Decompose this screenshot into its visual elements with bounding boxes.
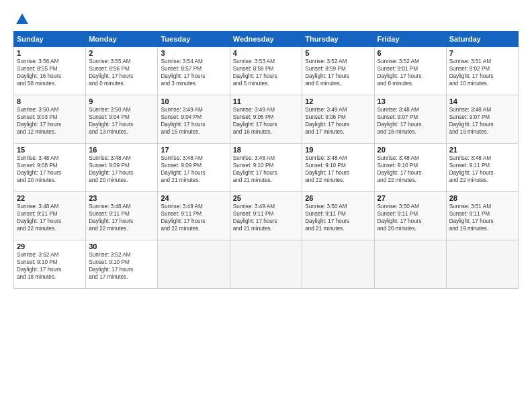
calendar-cell: 8Sunrise: 3:50 AMSunset: 9:03 PMDaylight…	[14, 95, 86, 144]
day-info: Sunrise: 3:50 AMSunset: 9:11 PMDaylight:…	[305, 203, 371, 232]
calendar-cell: 6Sunrise: 3:52 AMSunset: 9:01 PMDaylight…	[374, 47, 446, 95]
col-friday: Friday	[374, 32, 446, 47]
day-info: Sunrise: 3:49 AMSunset: 9:11 PMDaylight:…	[161, 203, 226, 232]
day-info: Sunrise: 3:53 AMSunset: 8:58 PMDaylight:…	[233, 58, 299, 87]
col-thursday: Thursday	[302, 32, 374, 47]
day-number: 18	[233, 146, 299, 154]
calendar-cell	[446, 240, 518, 289]
day-info: Sunrise: 3:51 AMSunset: 9:11 PMDaylight:…	[449, 203, 515, 232]
day-number: 5	[305, 49, 371, 57]
day-info: Sunrise: 3:48 AMSunset: 9:10 PMDaylight:…	[233, 154, 299, 184]
col-monday: Monday	[86, 32, 158, 47]
day-number: 8	[17, 97, 83, 105]
day-info: Sunrise: 3:52 AMSunset: 9:10 PMDaylight:…	[17, 251, 83, 281]
day-number: 3	[161, 49, 226, 57]
calendar-cell: 15Sunrise: 3:48 AMSunset: 9:08 PMDayligh…	[14, 144, 86, 192]
day-number: 13	[378, 97, 443, 105]
day-info: Sunrise: 3:48 AMSunset: 9:10 PMDaylight:…	[305, 154, 371, 184]
calendar-cell	[230, 240, 302, 289]
day-number: 20	[378, 146, 443, 154]
page: Sunday Monday Tuesday Wednesday Thursday…	[0, 0, 532, 411]
calendar-week-5: 29Sunrise: 3:52 AMSunset: 9:10 PMDayligh…	[14, 240, 519, 289]
calendar-cell: 29Sunrise: 3:52 AMSunset: 9:10 PMDayligh…	[14, 240, 86, 289]
calendar-week-1: 1Sunrise: 3:56 AMSunset: 8:55 PMDaylight…	[14, 47, 519, 95]
calendar-cell: 2Sunrise: 3:55 AMSunset: 8:56 PMDaylight…	[86, 47, 158, 95]
calendar-cell	[302, 240, 374, 289]
day-info: Sunrise: 3:48 AMSunset: 9:08 PMDaylight:…	[17, 154, 83, 184]
calendar-cell: 3Sunrise: 3:54 AMSunset: 8:57 PMDaylight…	[158, 47, 230, 95]
calendar-cell: 24Sunrise: 3:49 AMSunset: 9:11 PMDayligh…	[158, 192, 230, 240]
day-info: Sunrise: 3:50 AMSunset: 9:11 PMDaylight:…	[378, 203, 443, 232]
col-sunday: Sunday	[14, 32, 86, 47]
day-number: 1	[17, 49, 83, 57]
calendar-cell: 22Sunrise: 3:48 AMSunset: 9:11 PMDayligh…	[14, 192, 86, 240]
day-info: Sunrise: 3:49 AMSunset: 9:05 PMDaylight:…	[233, 106, 299, 136]
day-info: Sunrise: 3:48 AMSunset: 9:09 PMDaylight:…	[89, 154, 154, 184]
day-number: 28	[449, 194, 515, 202]
calendar-cell: 23Sunrise: 3:48 AMSunset: 9:11 PMDayligh…	[86, 192, 158, 240]
day-number: 30	[89, 242, 154, 250]
day-number: 24	[161, 194, 226, 202]
calendar-cell: 9Sunrise: 3:50 AMSunset: 9:04 PMDaylight…	[86, 95, 158, 144]
calendar-cell: 16Sunrise: 3:48 AMSunset: 9:09 PMDayligh…	[86, 144, 158, 192]
logo	[13, 12, 30, 24]
calendar-cell: 13Sunrise: 3:48 AMSunset: 9:07 PMDayligh…	[374, 95, 446, 144]
day-info: Sunrise: 3:52 AMSunset: 8:59 PMDaylight:…	[305, 58, 371, 87]
calendar-cell: 30Sunrise: 3:52 AMSunset: 9:10 PMDayligh…	[86, 240, 158, 289]
calendar-cell: 27Sunrise: 3:50 AMSunset: 9:11 PMDayligh…	[374, 192, 446, 240]
day-info: Sunrise: 3:50 AMSunset: 9:03 PMDaylight:…	[17, 106, 83, 136]
day-info: Sunrise: 3:49 AMSunset: 9:06 PMDaylight:…	[305, 106, 371, 136]
calendar-cell: 7Sunrise: 3:51 AMSunset: 9:02 PMDaylight…	[446, 47, 518, 95]
day-info: Sunrise: 3:52 AMSunset: 9:10 PMDaylight:…	[89, 251, 154, 281]
header	[13, 12, 519, 24]
calendar-cell: 4Sunrise: 3:53 AMSunset: 8:58 PMDaylight…	[230, 47, 302, 95]
day-number: 7	[449, 49, 515, 57]
calendar-cell: 5Sunrise: 3:52 AMSunset: 8:59 PMDaylight…	[302, 47, 374, 95]
calendar-cell: 12Sunrise: 3:49 AMSunset: 9:06 PMDayligh…	[302, 95, 374, 144]
day-number: 29	[17, 242, 83, 250]
calendar-cell: 19Sunrise: 3:48 AMSunset: 9:10 PMDayligh…	[302, 144, 374, 192]
day-info: Sunrise: 3:49 AMSunset: 9:04 PMDaylight:…	[161, 106, 226, 136]
day-number: 25	[233, 194, 299, 202]
logo-icon	[15, 12, 30, 27]
calendar-cell: 17Sunrise: 3:48 AMSunset: 9:09 PMDayligh…	[158, 144, 230, 192]
calendar-week-3: 15Sunrise: 3:48 AMSunset: 9:08 PMDayligh…	[14, 144, 519, 192]
day-info: Sunrise: 3:56 AMSunset: 8:55 PMDaylight:…	[17, 58, 83, 87]
calendar-week-4: 22Sunrise: 3:48 AMSunset: 9:11 PMDayligh…	[14, 192, 519, 240]
calendar-cell: 11Sunrise: 3:49 AMSunset: 9:05 PMDayligh…	[230, 95, 302, 144]
day-info: Sunrise: 3:48 AMSunset: 9:11 PMDaylight:…	[449, 154, 515, 184]
day-number: 16	[89, 146, 154, 154]
day-number: 6	[378, 49, 443, 57]
day-number: 21	[449, 146, 515, 154]
day-number: 26	[305, 194, 371, 202]
day-info: Sunrise: 3:48 AMSunset: 9:07 PMDaylight:…	[378, 106, 443, 136]
day-info: Sunrise: 3:54 AMSunset: 8:57 PMDaylight:…	[161, 58, 226, 87]
day-number: 9	[89, 97, 154, 105]
day-info: Sunrise: 3:48 AMSunset: 9:11 PMDaylight:…	[17, 203, 83, 232]
day-info: Sunrise: 3:52 AMSunset: 9:01 PMDaylight:…	[378, 58, 443, 87]
calendar-cell: 18Sunrise: 3:48 AMSunset: 9:10 PMDayligh…	[230, 144, 302, 192]
day-info: Sunrise: 3:55 AMSunset: 8:56 PMDaylight:…	[89, 58, 154, 87]
calendar-cell: 21Sunrise: 3:48 AMSunset: 9:11 PMDayligh…	[446, 144, 518, 192]
col-saturday: Saturday	[446, 32, 518, 47]
day-number: 19	[305, 146, 371, 154]
calendar-week-2: 8Sunrise: 3:50 AMSunset: 9:03 PMDaylight…	[14, 95, 519, 144]
day-number: 14	[449, 97, 515, 105]
col-wednesday: Wednesday	[230, 32, 302, 47]
day-info: Sunrise: 3:48 AMSunset: 9:10 PMDaylight:…	[378, 154, 443, 184]
calendar-header-row: Sunday Monday Tuesday Wednesday Thursday…	[14, 32, 519, 47]
day-info: Sunrise: 3:49 AMSunset: 9:11 PMDaylight:…	[233, 203, 299, 232]
day-number: 22	[17, 194, 83, 202]
calendar-cell	[374, 240, 446, 289]
day-number: 15	[17, 146, 83, 154]
calendar-cell: 10Sunrise: 3:49 AMSunset: 9:04 PMDayligh…	[158, 95, 230, 144]
col-tuesday: Tuesday	[158, 32, 230, 47]
day-number: 27	[378, 194, 443, 202]
calendar-cell: 14Sunrise: 3:48 AMSunset: 9:07 PMDayligh…	[446, 95, 518, 144]
day-number: 11	[233, 97, 299, 105]
day-number: 23	[89, 194, 154, 202]
calendar-cell: 20Sunrise: 3:48 AMSunset: 9:10 PMDayligh…	[374, 144, 446, 192]
calendar-cell: 1Sunrise: 3:56 AMSunset: 8:55 PMDaylight…	[14, 47, 86, 95]
day-info: Sunrise: 3:48 AMSunset: 9:07 PMDaylight:…	[449, 106, 515, 136]
calendar-cell: 26Sunrise: 3:50 AMSunset: 9:11 PMDayligh…	[302, 192, 374, 240]
